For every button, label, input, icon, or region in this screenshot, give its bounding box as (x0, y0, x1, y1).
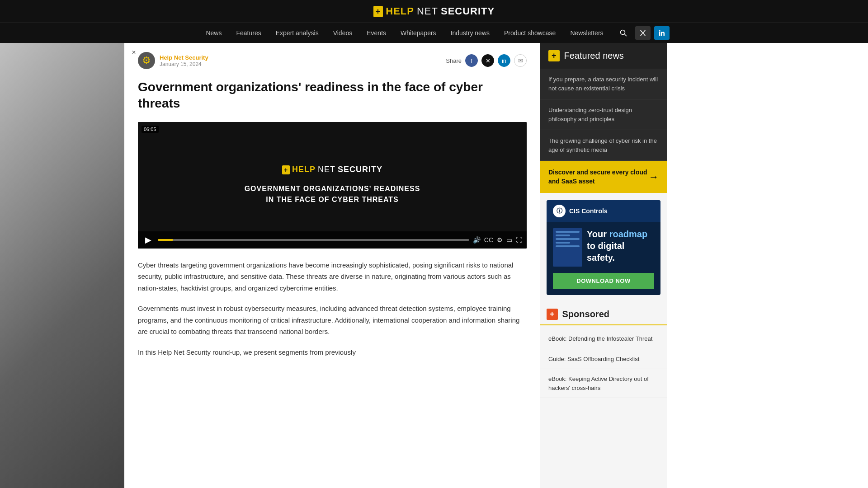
close-button[interactable]: ✕ (129, 47, 139, 57)
sponsored-title: Sponsored (562, 309, 609, 319)
ad-box[interactable]: ⓘ CIS Controls Your roadmap to digital s… (547, 200, 660, 295)
right-sidebar: + Featured news If you prepare, a data s… (540, 43, 667, 488)
svg-point-3 (659, 30, 660, 32)
ad-body-text: Your roadmap to digital safety. (587, 228, 654, 263)
search-button[interactable] (615, 26, 632, 40)
video-timestamp: 06:05 (142, 126, 159, 133)
sponsored-item-1[interactable]: eBook: Defending the Infostealer Threat (540, 329, 667, 349)
share-twitter-button[interactable]: ✕ (481, 54, 494, 67)
sponsored-item-2[interactable]: Guide: SaaS Offboarding Checklist (540, 349, 667, 370)
logo-plus-icon: + (373, 6, 383, 17)
share-email-button[interactable]: ✉ (514, 54, 527, 67)
sidebar-background (0, 43, 124, 488)
share-row: Share f ✕ in ✉ (446, 54, 527, 67)
theater-icon[interactable]: ▭ (506, 236, 512, 244)
sponsored-item-3[interactable]: eBook: Keeping Active Directory out of h… (540, 369, 667, 398)
featured-item-1-text: If you prepare, a data security incident… (548, 76, 658, 92)
share-linkedin-button[interactable]: in (498, 54, 510, 67)
article-paragraph-3: In this Help Net Security round-up, we p… (138, 347, 527, 358)
logo-help: HELP (386, 5, 414, 17)
promo-banner[interactable]: Discover and secure every cloud and SaaS… (540, 161, 667, 193)
video-player[interactable]: + HELP NET SECURITY GOVERNMENT ORGANIZAT… (138, 122, 527, 249)
article-paragraph-2: Governments must invest in robust cybers… (138, 303, 527, 338)
ad-download-button[interactable]: DOWNLOAD NOW (553, 273, 654, 289)
author-avatar-icon: ⚙ (142, 55, 151, 66)
share-facebook-button[interactable]: f (465, 54, 478, 67)
article-title: Government organizations' readiness in t… (138, 79, 527, 112)
logo-security: SECURITY (441, 5, 495, 17)
article-meta: ⚙ Help Net Security January 15, 2024 Sha… (138, 52, 527, 74)
ad-body: Your roadmap to digital safety. (547, 222, 660, 273)
video-frame: + HELP NET SECURITY GOVERNMENT ORGANIZAT… (138, 122, 527, 249)
left-sidebar (0, 43, 124, 488)
featured-list: If you prepare, a data security incident… (540, 69, 667, 161)
svg-rect-2 (659, 32, 660, 36)
settings-icon[interactable]: ⚙ (497, 236, 503, 244)
article-paragraph-1: Cyber threats targeting government organ… (138, 259, 527, 294)
featured-item-2-text: Understanding zero-trust design philosop… (548, 107, 632, 122)
volume-icon[interactable]: 🔊 (473, 236, 481, 244)
nav-item-videos[interactable]: Videos (326, 23, 360, 43)
article-body: Cyber threats targeting government organ… (138, 259, 527, 358)
site-logo[interactable]: + HELP NET SECURITY (373, 5, 495, 17)
author-name[interactable]: Help Net Security (160, 54, 208, 61)
ad-cta: DOWNLOAD NOW (553, 273, 654, 289)
main-navigation: News Features Expert analysis Videos Eve… (0, 23, 868, 43)
logo-net: NET (417, 5, 438, 17)
progress-fill (158, 239, 173, 241)
promo-arrow-icon: → (649, 171, 659, 183)
featured-item-3-text: The growing challenge of cyber risk in t… (548, 137, 657, 153)
nav-item-product-showcase[interactable]: Product showcase (497, 23, 563, 43)
sponsored-plus-icon: + (547, 309, 558, 320)
sponsored-list: eBook: Defending the Infostealer Threat … (540, 325, 667, 402)
nav-item-features[interactable]: Features (229, 23, 268, 43)
main-content: ✕ ⚙ Help Net Security January 15, 2024 S… (124, 43, 540, 488)
nav-item-events[interactable]: Events (359, 23, 393, 43)
nav-item-news[interactable]: News (198, 23, 229, 43)
featured-title: Featured news (564, 51, 624, 61)
featured-item-3[interactable]: The growing challenge of cyber risk in t… (540, 130, 667, 161)
ad-header: ⓘ CIS Controls (547, 200, 660, 222)
ad-logo-circle: ⓘ (553, 205, 566, 217)
featured-item-1[interactable]: If you prepare, a data security incident… (540, 69, 667, 99)
featured-item-2[interactable]: Understanding zero-trust design philosop… (540, 99, 667, 130)
ad-book-thumbnail (553, 228, 582, 267)
play-button[interactable]: ▶ (142, 234, 154, 246)
progress-bar[interactable] (158, 239, 469, 241)
linkedin-button[interactable] (654, 26, 670, 40)
x-social-button[interactable] (635, 26, 651, 40)
ad-logo-text: CIS Controls (569, 207, 608, 215)
avatar: ⚙ (138, 52, 155, 69)
site-header: + HELP NET SECURITY News Features Expert… (0, 0, 868, 43)
nav-item-whitepapers[interactable]: Whitepapers (393, 23, 443, 43)
fullscreen-icon[interactable]: ⛶ (516, 236, 522, 244)
share-label: Share (446, 57, 462, 64)
x-icon (640, 30, 646, 36)
nav-item-industry-news[interactable]: Industry news (443, 23, 497, 43)
promo-text: Discover and secure every cloud and SaaS… (548, 168, 649, 186)
svg-point-0 (620, 30, 625, 35)
featured-header: + Featured news (540, 43, 667, 69)
page-wrapper: ✕ ⚙ Help Net Security January 15, 2024 S… (0, 43, 868, 488)
featured-plus-icon: + (548, 50, 560, 61)
svg-line-1 (624, 34, 627, 37)
author-info: ⚙ Help Net Security January 15, 2024 (138, 52, 208, 69)
video-title: GOVERNMENT ORGANIZATIONS' READINESS IN T… (245, 183, 420, 205)
search-icon (620, 29, 627, 37)
article-date: January 15, 2024 (160, 61, 208, 67)
sponsored-header: + Sponsored (540, 309, 667, 325)
video-logo: + HELP NET SECURITY (282, 165, 382, 174)
nav-item-expert-analysis[interactable]: Expert analysis (269, 23, 326, 43)
video-controls: ▶ 🔊 CC ⚙ ▭ ⛶ (138, 231, 527, 249)
linkedin-icon (659, 30, 665, 36)
captions-icon[interactable]: CC (484, 236, 493, 244)
sponsored-section: + Sponsored eBook: Defending the Infoste… (540, 302, 667, 402)
nav-item-newsletters[interactable]: Newsletters (563, 23, 610, 43)
